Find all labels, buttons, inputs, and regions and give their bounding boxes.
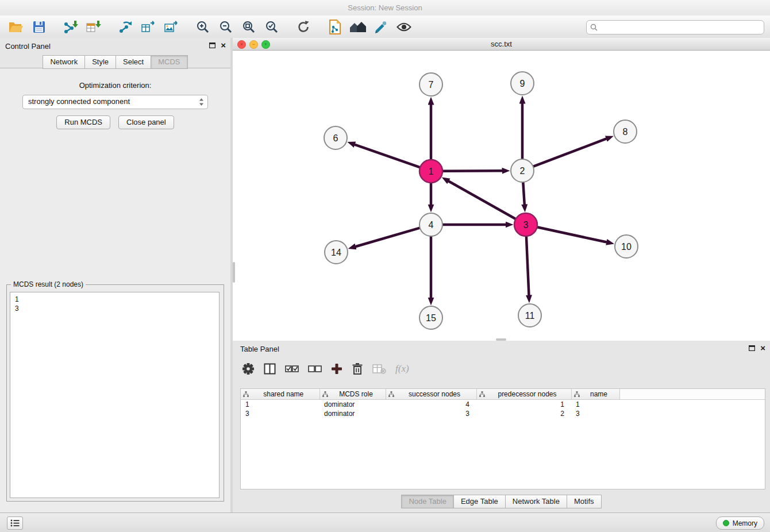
unselect-all-button[interactable] (308, 365, 322, 373)
zoom-in-button[interactable] (191, 18, 214, 36)
close-panel-icon[interactable]: × (221, 41, 226, 49)
graph-node-1[interactable]: 1 (419, 160, 442, 183)
tab-select[interactable]: Select (116, 55, 151, 69)
table-cell[interactable]: 2 (476, 409, 571, 418)
search-input[interactable] (600, 23, 760, 32)
delete-entry-button[interactable] (352, 363, 363, 375)
close-table-panel-icon[interactable]: × (760, 344, 765, 352)
table-cell[interactable]: 3 (386, 409, 476, 418)
home-button[interactable] (346, 18, 369, 36)
column-header-name[interactable]: name (571, 389, 619, 400)
import-table-icon (86, 20, 102, 34)
criterion-dropdown[interactable]: strongly connected component (22, 95, 208, 109)
graph-node-6[interactable]: 6 (324, 126, 347, 149)
graph-node-9[interactable]: 9 (511, 72, 534, 95)
column-header-predecessor-nodes[interactable]: predecessor nodes (476, 389, 571, 400)
tab-network[interactable]: Network (43, 55, 84, 69)
show-columns-button[interactable] (264, 363, 276, 375)
graph-node-10[interactable]: 10 (615, 235, 638, 258)
plus-icon (331, 363, 342, 375)
table-cell[interactable]: 1 (241, 400, 319, 410)
zoom-fit-button[interactable] (237, 18, 260, 36)
zoom-out-button[interactable] (214, 18, 237, 36)
minimize-window-icon[interactable]: − (249, 40, 258, 49)
add-entry-button[interactable] (331, 363, 342, 375)
float-panel-icon[interactable] (209, 43, 215, 48)
save-session-button[interactable] (28, 18, 51, 36)
table-row[interactable]: 3dominator323 (241, 409, 765, 418)
float-table-panel-icon[interactable] (749, 345, 755, 351)
table-cell[interactable]: 3 (571, 409, 619, 418)
graph-edge-3-1[interactable] (448, 181, 515, 219)
column-header-successor-nodes[interactable]: successor nodes (386, 389, 476, 400)
graph-node-11[interactable]: 11 (518, 304, 541, 327)
graph-node-7[interactable]: 7 (419, 73, 442, 96)
control-panel: Control Panel × Network Style Select MCD… (0, 38, 231, 513)
folder-open-icon (9, 21, 24, 33)
new-network-button[interactable] (324, 18, 346, 36)
svg-text:6: 6 (333, 133, 338, 143)
tab-mcds[interactable]: MCDS (151, 55, 187, 69)
tab-style[interactable]: Style (84, 55, 116, 69)
graph-edge-1-6[interactable] (355, 145, 420, 168)
open-session-button[interactable] (5, 18, 28, 36)
graph-node-4[interactable]: 4 (419, 213, 442, 236)
graph-edge-2-3[interactable] (523, 182, 524, 205)
graph-edge-1-2[interactable] (442, 171, 502, 171)
refresh-icon (297, 20, 310, 34)
network-canvas[interactable]: 7968124314101511 (233, 51, 770, 341)
export-network-icon (118, 20, 133, 34)
refresh-view-button[interactable] (292, 18, 315, 36)
table-cell[interactable]: 3 (241, 409, 319, 418)
close-panel-button[interactable]: Close panel (118, 115, 174, 129)
delete-table-button[interactable] (372, 364, 386, 374)
graph-node-3[interactable]: 3 (514, 213, 537, 236)
graph-edge-3-11[interactable] (526, 236, 529, 295)
export-network-button[interactable] (114, 18, 137, 36)
apply-style-button[interactable] (369, 18, 392, 36)
graph-node-14[interactable]: 14 (325, 241, 348, 264)
export-table-button[interactable] (137, 18, 160, 36)
graph-node-2[interactable]: 2 (511, 159, 534, 182)
tab-network-table[interactable]: Network Table (505, 495, 567, 508)
table-settings-button[interactable] (242, 363, 255, 375)
run-mcds-button[interactable]: Run MCDS (56, 115, 110, 129)
export-table-icon (141, 20, 156, 34)
table-cell[interactable]: dominator (319, 400, 386, 410)
tab-motifs[interactable]: Motifs (567, 495, 602, 508)
graph-edge-4-14[interactable] (356, 228, 420, 247)
graph-node-15[interactable]: 15 (419, 306, 442, 329)
select-all-button[interactable] (285, 365, 299, 373)
tab-node-table[interactable]: Node Table (401, 495, 453, 508)
unselect-all-icon (308, 365, 322, 373)
memory-button[interactable]: Memory (716, 516, 764, 530)
table-cell[interactable]: 1 (571, 400, 619, 410)
zoom-selected-button[interactable] (260, 18, 283, 36)
export-image-button[interactable] (160, 18, 183, 36)
graph-node-8[interactable]: 8 (614, 120, 637, 143)
svg-text:15: 15 (426, 313, 436, 323)
tab-edge-table[interactable]: Edge Table (453, 495, 505, 508)
import-network-file-button[interactable] (59, 18, 82, 36)
column-header-mcds-role[interactable]: MCDS role (319, 389, 386, 400)
close-window-icon[interactable]: × (237, 40, 246, 49)
search-field[interactable] (586, 20, 764, 34)
network-vertical-scrollbar[interactable] (233, 262, 235, 283)
table-panel-title: Table Panel (240, 345, 279, 353)
svg-text:7: 7 (429, 80, 434, 90)
import-table-file-button[interactable] (82, 18, 105, 36)
table-cell[interactable]: 1 (476, 400, 571, 410)
graph-edge-2-8[interactable] (533, 138, 607, 166)
network-document-icon (329, 20, 341, 34)
control-panel-title: Control Panel (5, 42, 51, 51)
function-builder-button[interactable]: f(x) (395, 363, 409, 375)
graph-edge-3-10[interactable] (537, 227, 607, 242)
table-row[interactable]: 1dominator411 (241, 400, 765, 410)
svg-text:3: 3 (523, 220, 529, 230)
column-header-shared-name[interactable]: shared name (241, 389, 319, 400)
show-hide-details-button[interactable] (392, 18, 415, 36)
task-history-button[interactable] (7, 516, 23, 530)
zoom-window-icon[interactable]: + (261, 40, 270, 49)
table-cell[interactable]: 4 (386, 400, 476, 410)
table-cell[interactable]: dominator (319, 409, 386, 418)
